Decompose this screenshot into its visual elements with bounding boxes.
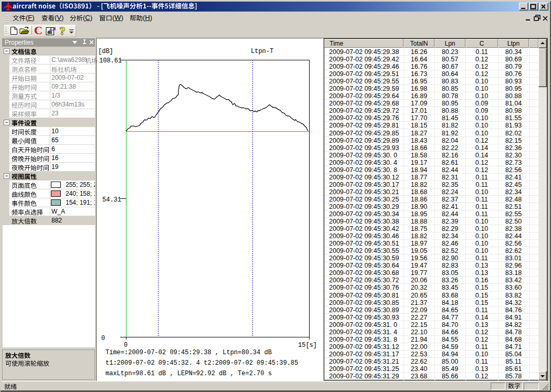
svg-text:t1:2009-07-02 09:45:32. 4 t2:2: t1:2009-07-02 09:45:32. 4 t2:2009-07-02 … bbox=[105, 359, 298, 367]
svg-text:maxLtpn=98.61 dB , LEPN=92.92: maxLtpn=98.61 dB , LEPN=92.92 dB , Te=2.… bbox=[105, 370, 272, 377]
svg-text:Time=:2009-07-02 09:45:29.38 ,: Time=:2009-07-02 09:45:29.38 , Ltpn=80.3… bbox=[105, 349, 272, 356]
svg-text:?: ? bbox=[60, 25, 66, 37]
svg-text:0: 0 bbox=[101, 335, 105, 342]
svg-text:108.61: 108.61 bbox=[99, 57, 122, 65]
svg-text:Ltpn-T: Ltpn-T bbox=[251, 48, 273, 55]
svg-text:54.31: 54.31 bbox=[102, 196, 121, 204]
svg-text:15[s]: 15[s] bbox=[298, 342, 317, 349]
svg-text:0: 0 bbox=[124, 342, 128, 349]
svg-text:[dB]: [dB] bbox=[98, 48, 113, 55]
